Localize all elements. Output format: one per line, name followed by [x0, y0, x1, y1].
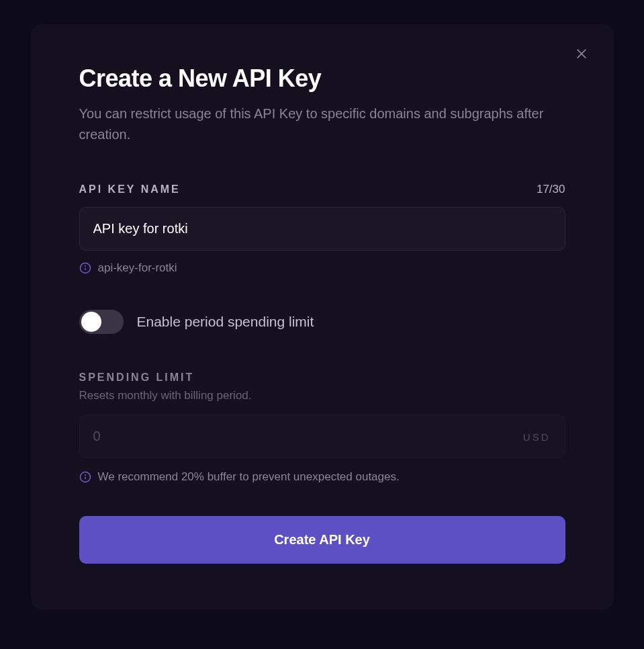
spending-limit-input[interactable]: [79, 415, 565, 458]
currency-suffix: USD: [523, 431, 551, 442]
modal-title: Create a New API Key: [79, 64, 565, 93]
spending-limit-input-wrap: USD: [79, 415, 565, 458]
spending-toggle-row: Enable period spending limit: [79, 310, 565, 334]
spending-limit-toggle[interactable]: [79, 310, 124, 334]
spending-limit-description: Resets monthly with billing period.: [79, 389, 565, 402]
info-icon: [79, 471, 91, 483]
api-key-slug: api-key-for-rotki: [98, 261, 177, 275]
recommendation-row: We recommend 20% buffer to prevent unexp…: [79, 470, 565, 484]
api-key-name-label: API KEY NAME: [79, 183, 181, 196]
api-key-name-header: API KEY NAME 17/30: [79, 183, 565, 196]
api-key-slug-row: api-key-for-rotki: [79, 261, 565, 275]
close-button[interactable]: [571, 43, 592, 64]
info-icon: [79, 262, 91, 274]
svg-point-4: [85, 266, 85, 267]
char-counter: 17/30: [537, 183, 565, 196]
spending-toggle-label: Enable period spending limit: [137, 314, 314, 330]
close-icon: [575, 47, 588, 60]
toggle-knob: [81, 312, 101, 332]
spending-limit-label: SPENDING LIMIT: [79, 372, 565, 384]
create-api-key-button[interactable]: Create API Key: [79, 516, 565, 564]
api-key-name-input[interactable]: [79, 207, 565, 251]
create-api-key-modal: Create a New API Key You can restrict us…: [31, 24, 614, 609]
svg-point-7: [85, 475, 85, 476]
modal-subtitle: You can restrict usage of this API Key t…: [79, 103, 565, 145]
recommendation-text: We recommend 20% buffer to prevent unexp…: [98, 470, 400, 484]
